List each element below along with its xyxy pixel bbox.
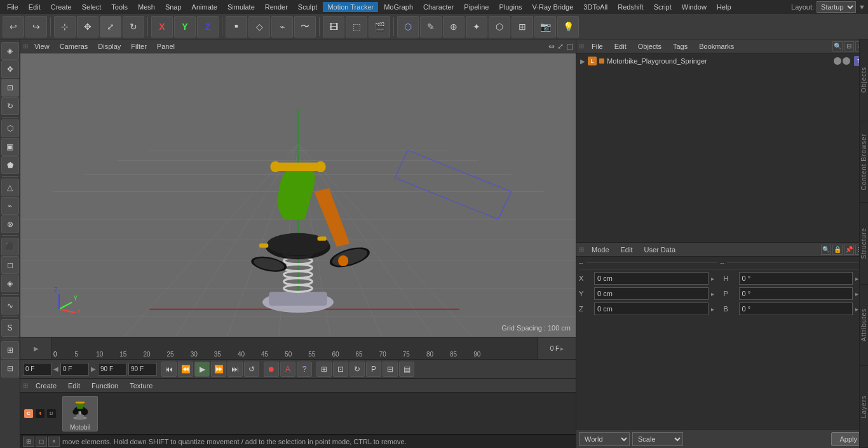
objects-search-icon[interactable]: 🔍 [832, 41, 843, 51]
magnet-button[interactable]: ⊕ [443, 16, 465, 37]
asset-texture-menu[interactable]: Texture [126, 381, 156, 391]
menu-mograph[interactable]: MoGraph [379, 2, 417, 12]
sidebar-btn-8[interactable]: △ [1, 179, 19, 196]
objects-content[interactable]: ▶ L Motorbike_Playground_Springer T [576, 53, 868, 242]
menu-animate[interactable]: Animate [187, 2, 222, 12]
menu-edit[interactable]: Edit [24, 2, 45, 12]
timeline[interactable]: ▶ 0 5 10 15 20 25 30 35 40 45 50 [20, 337, 576, 359]
objects-filter-icon[interactable]: ⊟ [844, 41, 854, 51]
menu-simulate[interactable]: Simulate [223, 2, 259, 12]
pen-button[interactable]: ✎ [420, 16, 442, 37]
nurbs-button[interactable]: ◇ [248, 16, 270, 37]
playback-btn-d[interactable]: P [366, 362, 381, 377]
attr-x-pos-field[interactable] [594, 272, 709, 285]
rotate-tool-button[interactable]: ↻ [123, 16, 144, 37]
sidebar-btn-16[interactable]: ⊞ [1, 341, 19, 359]
attributes-search-icon[interactable]: 🔍 [821, 245, 831, 255]
viewport-expand-icon[interactable]: ⇔ [548, 42, 555, 51]
light-button[interactable]: 💡 [557, 16, 579, 37]
camera-button[interactable]: 📷 [534, 16, 556, 37]
sidebar-btn-6[interactable]: ▣ [1, 138, 19, 156]
viewport-maximize-icon[interactable]: ▢ [566, 42, 573, 51]
playback-btn-b[interactable]: ⊡ [333, 362, 348, 377]
menu-character[interactable]: Character [419, 2, 458, 12]
sidebar-btn-5[interactable]: ⬡ [1, 119, 19, 137]
grid-button[interactable]: ⊞ [512, 16, 533, 37]
menu-vray[interactable]: V-Ray Bridge [528, 2, 578, 12]
render-region-button[interactable]: ⬚ [346, 16, 367, 37]
playback-loop[interactable]: ↺ [244, 362, 259, 377]
playback-end-field[interactable] [98, 363, 126, 376]
tab-content-browser[interactable]: Content Browser [860, 121, 868, 203]
attributes-pin-icon[interactable]: 📌 [844, 245, 854, 255]
sidebar-btn-7[interactable]: ⬟ [1, 156, 19, 174]
sidebar-btn-10[interactable]: ⊗ [1, 215, 19, 233]
playback-play[interactable]: ▶ [194, 362, 210, 377]
menu-snap[interactable]: Snap [161, 2, 186, 12]
playback-current-field[interactable] [60, 363, 89, 376]
attributes-edit-menu[interactable]: Edit [617, 245, 637, 255]
spline-button[interactable]: 〜 [294, 16, 316, 37]
playback-end-field2[interactable] [128, 363, 157, 376]
viewport-panel-menu[interactable]: Panel [153, 41, 179, 51]
sidebar-btn-17[interactable]: ⊟ [1, 360, 19, 377]
x-axis-button[interactable]: X [151, 16, 173, 37]
playback-to-start[interactable]: ⏮ [161, 362, 177, 377]
attributes-lock-icon[interactable]: 🔒 [832, 245, 843, 255]
y-axis-button[interactable]: Y [174, 16, 196, 37]
playback-next-frame[interactable]: ⏩ [211, 362, 226, 377]
objects-edit-menu[interactable]: Edit [611, 41, 630, 51]
attr-z-pos-field[interactable] [594, 302, 709, 315]
sidebar-btn-15[interactable]: S [1, 319, 19, 337]
asset-material-thumbnail[interactable]: Motobil [62, 396, 98, 431]
playback-btn-a[interactable]: ⊞ [316, 362, 332, 377]
object-row-motorbike[interactable]: ▶ L Motorbike_Playground_Springer T [578, 55, 867, 67]
asset-create-menu[interactable]: Create [32, 381, 60, 391]
asset-function-menu[interactable]: Function [88, 381, 122, 391]
viewport-cameras-menu[interactable]: Cameras [56, 41, 92, 51]
objects-objects-menu[interactable]: Objects [634, 41, 665, 51]
status-close-icon[interactable]: × [48, 437, 60, 447]
sidebar-btn-12[interactable]: ◻ [1, 256, 19, 274]
undo-button[interactable]: ↩ [3, 16, 24, 37]
z-axis-button[interactable]: Z [197, 16, 219, 37]
asset-edit-menu[interactable]: Edit [64, 381, 84, 391]
attributes-user-data-menu[interactable]: User Data [641, 245, 680, 255]
menu-select[interactable]: Select [78, 2, 106, 12]
sidebar-btn-1[interactable]: ◈ [1, 42, 19, 60]
attributes-mode-menu[interactable]: Mode [588, 245, 613, 255]
sidebar-btn-11[interactable]: ⬛ [1, 238, 19, 255]
viewport-filter-menu[interactable]: Filter [127, 41, 150, 51]
objects-bookmarks-menu[interactable]: Bookmarks [695, 41, 738, 51]
sidebar-btn-2[interactable]: ✥ [1, 60, 19, 78]
menu-help[interactable]: Help [712, 2, 736, 12]
menu-redshift[interactable]: Redshift [613, 2, 648, 12]
film-button[interactable]: 🎞 [323, 16, 344, 37]
viewport-view-menu[interactable]: View [31, 41, 53, 51]
menu-render[interactable]: Render [261, 2, 292, 12]
cube-button[interactable]: ▪ [226, 16, 247, 37]
brush-button[interactable]: ⬡ [489, 16, 510, 37]
status-viewport-icon[interactable]: ◻ [36, 437, 47, 447]
clapper-button[interactable]: 🎬 [369, 16, 390, 37]
menu-tools[interactable]: Tools [107, 2, 132, 12]
playback-auto-key[interactable]: A [280, 362, 295, 377]
object-vis-1[interactable] [834, 57, 841, 65]
menu-create[interactable]: Create [46, 2, 76, 12]
tab-structure[interactable]: Structure [860, 203, 868, 285]
move-tool-button[interactable]: ✥ [77, 16, 98, 37]
viewport-display-menu[interactable]: Display [94, 41, 125, 51]
objects-file-menu[interactable]: File [588, 41, 607, 51]
deform-button[interactable]: ⌁ [271, 16, 293, 37]
scale-dropdown[interactable]: Scale [632, 432, 683, 446]
fx-button[interactable]: ✦ [466, 16, 487, 37]
playback-help[interactable]: ? [297, 362, 312, 377]
attr-p-field[interactable] [739, 287, 853, 300]
menu-motion-tracker[interactable]: Motion Tracker [323, 2, 378, 12]
sidebar-btn-9[interactable]: ⌁ [1, 197, 19, 215]
tab-objects[interactable]: Objects [860, 39, 868, 121]
attr-b-field[interactable] [739, 302, 853, 315]
playback-to-end[interactable]: ⏭ [227, 362, 243, 377]
playback-btn-f[interactable]: ▤ [399, 362, 414, 377]
attr-y-pos-field[interactable] [594, 287, 709, 300]
